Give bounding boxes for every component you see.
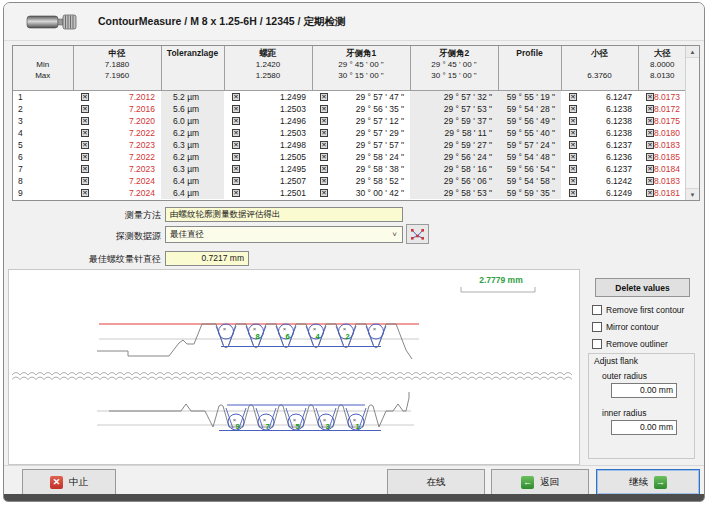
measured-checkbox-icon[interactable]: ✕ xyxy=(320,189,328,197)
checkbox-icon[interactable] xyxy=(592,305,602,315)
contour-plot-svg: 2.7779 mm ××8×6×4×2××9×7×5×3×1 xyxy=(9,270,579,464)
evaluation-points-button[interactable] xyxy=(406,224,429,244)
back-button[interactable]: ← 返回 xyxy=(491,469,589,495)
inner-radius-input[interactable]: 0.00 mm xyxy=(611,420,677,435)
method-field[interactable]: 由螺纹轮廓测量数据评估得出 xyxy=(165,207,403,222)
measured-checkbox-icon[interactable]: ✕ xyxy=(81,105,89,113)
measured-checkbox-icon[interactable]: ✕ xyxy=(81,165,89,173)
measured-checkbox-icon[interactable]: ✕ xyxy=(232,165,240,173)
measured-checkbox-icon[interactable]: ✕ xyxy=(320,141,328,149)
measured-checkbox-icon[interactable]: ✕ xyxy=(569,177,577,185)
measured-checkbox-icon[interactable]: ✕ xyxy=(320,129,328,137)
measured-checkbox-icon[interactable]: ✕ xyxy=(81,93,89,101)
measured-checkbox-icon[interactable]: ✕ xyxy=(232,105,240,113)
wire-diameter-field[interactable]: 0.7217 mm xyxy=(165,251,249,266)
measured-checkbox-icon[interactable]: ✕ xyxy=(232,177,240,185)
checkbox-icon[interactable] xyxy=(592,322,602,332)
measurement-cell: 29 ° 58 ' 16 " xyxy=(410,163,498,175)
measured-checkbox-icon[interactable]: ✕ xyxy=(81,153,89,161)
source-label: 探测数据源 xyxy=(4,230,161,243)
probe-x-mark: × xyxy=(223,326,227,332)
table-row[interactable]: 9✕7.20246.4 µm✕1.2501✕30 ° 00 ' 42 "29 °… xyxy=(13,187,686,199)
measured-checkbox-icon[interactable]: ✕ xyxy=(320,105,328,113)
measurement-cell: ✕1.2503 xyxy=(224,103,312,115)
measured-checkbox-icon[interactable]: ✕ xyxy=(81,129,89,137)
measured-checkbox-icon[interactable]: ✕ xyxy=(646,153,654,161)
arrow-left-icon: ← xyxy=(521,476,534,489)
measured-checkbox-icon[interactable]: ✕ xyxy=(646,165,654,173)
remove-outliner-checkbox[interactable]: Remove outliner xyxy=(592,339,668,349)
outer-radius-label: outer radius xyxy=(602,371,647,381)
table-row[interactable]: 7✕7.20236.3 µm✕1.2495✕29 ° 58 ' 38 "29 °… xyxy=(13,163,686,175)
source-dropdown[interactable]: 最佳直径 ˅ xyxy=(165,226,403,243)
measurement-cell: 59 ° 54 ' 58 " xyxy=(498,175,561,187)
table-row[interactable]: 5✕7.20236.3 µm✕1.2498✕29 ° 57 ' 57 "29 °… xyxy=(13,139,686,151)
measurement-cell: 59 ° 55 ' 40 " xyxy=(498,127,561,139)
measured-checkbox-icon[interactable]: ✕ xyxy=(232,117,240,125)
measured-checkbox-icon[interactable]: ✕ xyxy=(320,93,328,101)
source-dropdown-value: 最佳直径 xyxy=(170,229,204,239)
table-row[interactable]: 2✕7.20165.6 µm✕1.2503✕29 ° 56 ' 35 "29 °… xyxy=(13,103,686,115)
continue-button-label: 继续 xyxy=(629,476,648,489)
measured-checkbox-icon[interactable]: ✕ xyxy=(569,129,577,137)
measured-checkbox-icon[interactable]: ✕ xyxy=(81,189,89,197)
table-row[interactable]: 4✕7.20226.2 µm✕1.2503✕29 ° 57 ' 29 "29 °… xyxy=(13,127,686,139)
measurement-cell: ✕7.2012 xyxy=(73,90,161,103)
measured-checkbox-icon[interactable]: ✕ xyxy=(232,93,240,101)
table-row[interactable]: 1✕7.20125.2 µm✕1.2499✕29 ° 57 ' 47 "29 °… xyxy=(13,90,686,103)
scroll-down-icon[interactable]: ▼ xyxy=(686,188,699,200)
row-number: 7 xyxy=(13,163,73,175)
window-bottom-edge xyxy=(4,494,704,501)
measured-checkbox-icon[interactable]: ✕ xyxy=(81,117,89,125)
measured-checkbox-icon[interactable]: ✕ xyxy=(646,117,654,125)
measured-checkbox-icon[interactable]: ✕ xyxy=(646,129,654,137)
delete-values-button[interactable]: Delete values xyxy=(595,278,690,297)
abort-button[interactable]: ✕ 中止 xyxy=(22,469,116,495)
scroll-up-icon[interactable]: ▲ xyxy=(686,46,699,58)
measured-checkbox-icon[interactable]: ✕ xyxy=(320,165,328,173)
measured-checkbox-icon[interactable]: ✕ xyxy=(569,165,577,173)
contour-plot-area[interactable]: 2.7779 mm ××8×6×4×2××9×7×5×3×1 xyxy=(8,269,580,465)
measured-checkbox-icon[interactable]: ✕ xyxy=(569,189,577,197)
continue-button[interactable]: 继续 → xyxy=(596,469,700,495)
table-scrollbar[interactable]: ▲ ▼ xyxy=(685,46,699,200)
measured-checkbox-icon[interactable]: ✕ xyxy=(232,153,240,161)
table-row[interactable]: 8✕7.20246.4 µm✕1.2507✕29 ° 58 ' 52 "29 °… xyxy=(13,175,686,187)
checkbox-icon[interactable] xyxy=(592,339,602,349)
measured-checkbox-icon[interactable]: ✕ xyxy=(232,129,240,137)
measured-checkbox-icon[interactable]: ✕ xyxy=(646,189,654,197)
measured-checkbox-icon[interactable]: ✕ xyxy=(646,141,654,149)
measurement-cell: 5.6 µm xyxy=(161,103,224,115)
measured-checkbox-icon[interactable]: ✕ xyxy=(320,117,328,125)
measured-checkbox-icon[interactable]: ✕ xyxy=(569,117,577,125)
contour-tools-panel: Delete values Remove first contour Mirro… xyxy=(582,269,701,465)
mirror-contour-checkbox[interactable]: Mirror contour xyxy=(592,322,659,332)
measured-checkbox-icon[interactable]: ✕ xyxy=(320,153,328,161)
measured-checkbox-icon[interactable]: ✕ xyxy=(569,153,577,161)
measured-checkbox-icon[interactable]: ✕ xyxy=(232,189,240,197)
measurement-cell: 59 ° 54 ' 28 " xyxy=(498,103,561,115)
measured-checkbox-icon[interactable]: ✕ xyxy=(569,141,577,149)
table-row[interactable]: 3✕7.20206.0 µm✕1.2496✕29 ° 57 ' 12 "29 °… xyxy=(13,115,686,127)
measured-checkbox-icon[interactable]: ✕ xyxy=(569,105,577,113)
measured-checkbox-icon[interactable]: ✕ xyxy=(81,177,89,185)
measured-checkbox-icon[interactable]: ✕ xyxy=(81,141,89,149)
measured-checkbox-icon[interactable]: ✕ xyxy=(646,105,654,113)
measurement-cell: ✕6.1238 xyxy=(561,103,638,115)
measurement-cell: ✕1.2507 xyxy=(224,175,312,187)
checkbox-label: Remove outliner xyxy=(606,339,668,349)
measurement-cell: 29 ° 58 ' 11 " xyxy=(410,127,498,139)
remove-first-contour-checkbox[interactable]: Remove first contour xyxy=(592,305,684,315)
chevron-down-icon[interactable]: ˅ xyxy=(392,227,397,242)
measurement-cell: 59 ° 54 ' 48 " xyxy=(498,151,561,163)
outer-radius-input[interactable]: 0.00 mm xyxy=(611,383,677,398)
measured-checkbox-icon[interactable]: ✕ xyxy=(569,93,577,101)
measured-checkbox-icon[interactable]: ✕ xyxy=(646,93,654,101)
measurement-cell: 59 ° 56 ' 54 " xyxy=(498,163,561,175)
online-button[interactable]: 在线 xyxy=(387,469,485,495)
measurement-cell: ✕7.2022 xyxy=(73,127,161,139)
measured-checkbox-icon[interactable]: ✕ xyxy=(232,141,240,149)
table-row[interactable]: 6✕7.20226.2 µm✕1.2505✕29 ° 58 ' 24 "29 °… xyxy=(13,151,686,163)
measured-checkbox-icon[interactable]: ✕ xyxy=(646,177,654,185)
measured-checkbox-icon[interactable]: ✕ xyxy=(320,177,328,185)
